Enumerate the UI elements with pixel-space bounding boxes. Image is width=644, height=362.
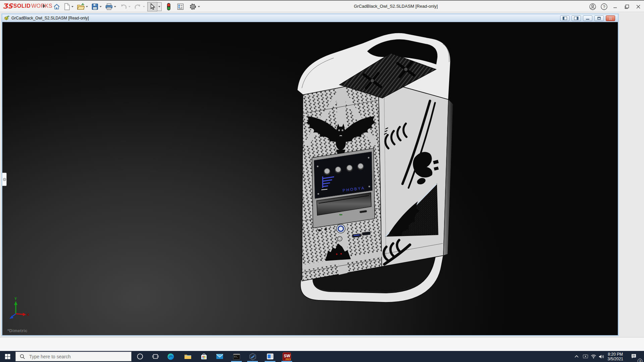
cad-model[interactable]: PHOBYA xyxy=(297,33,453,302)
app-title: GrCadBlack_Owl_S2.SLDASM [Read-only] xyxy=(354,4,438,9)
home-button[interactable] xyxy=(52,2,61,11)
home-icon xyxy=(53,3,60,10)
taskbar-clock[interactable]: 8:20 PM 3/5/2021 xyxy=(607,351,623,362)
taskbar-item-solidworks[interactable]: SW 2021 xyxy=(280,351,293,362)
taskbar-search[interactable] xyxy=(15,352,131,361)
print-caret[interactable] xyxy=(114,6,116,7)
taskbar-item-media-app[interactable] xyxy=(264,351,276,362)
solidworks-2021-icon: SW 2021 xyxy=(282,352,291,361)
new-document-caret[interactable] xyxy=(71,6,73,7)
open-folder-icon xyxy=(77,3,85,10)
undo-button[interactable] xyxy=(118,3,131,11)
action-center-button[interactable]: 3 xyxy=(628,351,640,362)
display-settings-button[interactable] xyxy=(176,2,185,11)
cortana-icon xyxy=(137,353,143,360)
sw-letters: SW xyxy=(284,354,290,358)
task-view-icon xyxy=(152,353,159,360)
undo-caret[interactable] xyxy=(128,6,130,7)
doc-minimize-button[interactable] xyxy=(583,15,592,21)
orientation-triad: Y X xyxy=(9,297,30,319)
hexagon-app-icon xyxy=(249,353,256,360)
chevron-up-icon xyxy=(574,355,579,358)
doc-close-button[interactable] xyxy=(606,15,615,21)
doc-minimize-icon xyxy=(585,16,590,20)
open-caret[interactable] xyxy=(86,6,88,7)
taskbar-item-task-view[interactable] xyxy=(150,351,161,362)
save-button[interactable] xyxy=(90,2,103,11)
pane-right-icon xyxy=(574,16,579,20)
redo-button[interactable] xyxy=(133,3,146,11)
taskbar-item-file-explorer[interactable] xyxy=(182,351,194,362)
options-button[interactable] xyxy=(188,2,201,11)
view-orientation-label: *Dimetric xyxy=(7,328,28,333)
search-icon xyxy=(20,354,25,359)
select-tool-button[interactable] xyxy=(147,2,157,11)
taskbar-item-cortana[interactable] xyxy=(134,351,146,362)
taskbar-item-mail[interactable] xyxy=(214,351,225,362)
svg-text:C:\_: C:\_ xyxy=(234,355,238,357)
redo-icon xyxy=(134,3,142,10)
cad-scene: PHOBYA xyxy=(2,22,618,335)
mail-icon xyxy=(216,354,223,359)
pane-left-button[interactable] xyxy=(560,15,570,21)
new-document-icon xyxy=(64,3,70,10)
rebuild-button[interactable] xyxy=(165,2,172,11)
command-prompt-icon: C:\_ xyxy=(233,354,240,360)
triad-y-label: Y xyxy=(14,297,17,301)
close-button[interactable] xyxy=(633,1,644,12)
restore-button[interactable] xyxy=(621,1,633,12)
document-window: GrCadBlack_Owl_S2.SLDASM [Read-only] xyxy=(1,13,619,336)
volume-icon xyxy=(599,354,604,359)
doc-restore-button[interactable] xyxy=(594,15,604,21)
restore-icon xyxy=(623,3,631,10)
gear-icon xyxy=(189,3,197,11)
select-arrow-icon xyxy=(149,3,156,10)
toolbar-expander-arrow[interactable] xyxy=(43,4,45,8)
redo-caret[interactable] xyxy=(143,6,145,7)
taskbar-item-command-prompt[interactable]: C:\_ xyxy=(231,351,242,362)
brand-works: WORKS xyxy=(31,3,52,9)
wifi-icon xyxy=(591,354,596,359)
svg-text:?: ? xyxy=(603,5,605,9)
notification-badge: 3 xyxy=(638,359,642,362)
display-settings-icon xyxy=(177,3,184,10)
select-tool-caret[interactable] xyxy=(157,2,162,11)
rebuild-stoplight-icon xyxy=(166,3,171,11)
display-icon xyxy=(583,354,588,359)
save-caret[interactable] xyxy=(100,6,102,7)
new-document-button[interactable] xyxy=(63,2,74,11)
print-button[interactable] xyxy=(104,2,117,11)
action-center-icon xyxy=(631,354,637,359)
graphics-viewport[interactable]: PHOBYA xyxy=(2,22,618,335)
solidworks-logo-mark: ƷS xyxy=(3,2,13,10)
account-button[interactable] xyxy=(587,1,598,12)
assembly-icon xyxy=(4,15,10,21)
file-explorer-icon xyxy=(184,353,192,360)
tray-display-button[interactable] xyxy=(581,351,590,362)
taskbar: C:\_ SW 2021 xyxy=(0,351,644,362)
store-icon xyxy=(201,353,207,360)
taskbar-item-store[interactable] xyxy=(198,351,210,362)
document-window-buttons xyxy=(560,15,615,21)
media-app-icon xyxy=(267,353,274,360)
featuremanager-flyout-tab[interactable] xyxy=(2,173,7,186)
document-titlebar: GrCadBlack_Owl_S2.SLDASM [Read-only] xyxy=(2,14,618,22)
pane-right-button[interactable] xyxy=(572,15,581,21)
pane-left-icon xyxy=(562,16,567,20)
tray-volume-button[interactable] xyxy=(597,351,606,362)
options-caret[interactable] xyxy=(198,6,200,7)
search-input[interactable] xyxy=(29,354,122,360)
help-button[interactable]: ? xyxy=(598,1,610,12)
doc-close-icon xyxy=(608,16,613,20)
help-icon: ? xyxy=(600,3,608,10)
start-button[interactable] xyxy=(2,351,13,362)
open-button[interactable] xyxy=(76,2,89,11)
quick-access-toolbar xyxy=(52,1,202,12)
brand-solid: SOLID xyxy=(13,3,31,9)
taskbar-item-edge[interactable] xyxy=(165,351,176,362)
status-bar xyxy=(0,337,644,351)
tray-chevron-button[interactable] xyxy=(572,351,581,362)
tray-wifi-button[interactable] xyxy=(589,351,598,362)
minimize-button[interactable] xyxy=(610,1,621,12)
taskbar-item-hexagon-app[interactable] xyxy=(247,351,258,362)
